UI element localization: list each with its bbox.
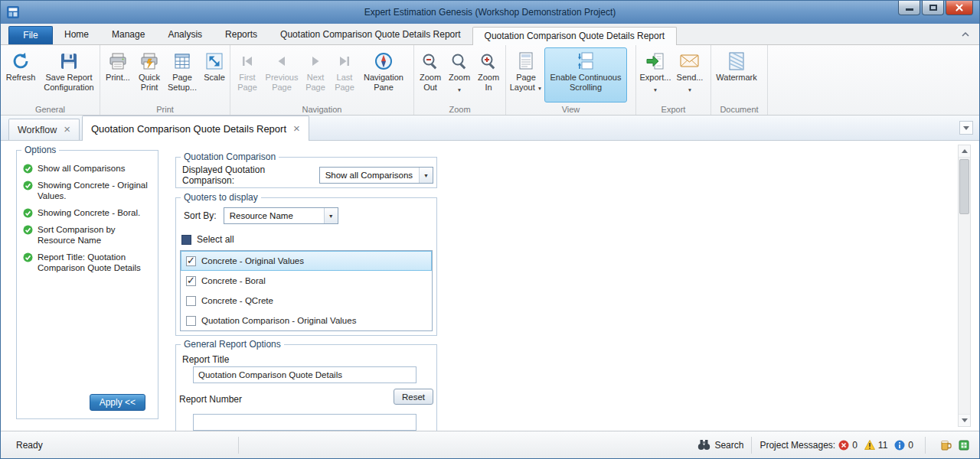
zoom-button[interactable]: Zoom <box>445 47 474 103</box>
tab-manage[interactable]: Manage <box>100 26 156 44</box>
send-button[interactable]: Send... <box>673 47 707 103</box>
reset-button[interactable]: Reset <box>394 389 433 405</box>
search-button[interactable]: Search <box>697 439 743 451</box>
ribbon-group-print: Print... Quick Print Page Setup... Scale… <box>100 45 230 115</box>
quoter-list-item[interactable]: Concrete - Original Values <box>181 251 432 271</box>
refresh-button[interactable]: Refresh <box>2 47 39 103</box>
ribbon: Refresh Save Report Configuration Genera… <box>1 44 979 116</box>
info-count: 0 <box>908 440 913 451</box>
select-all-row[interactable]: Select all <box>181 234 234 245</box>
error-icon <box>838 440 849 451</box>
option-summary-item: Showing Concrete - Boral. <box>23 207 152 218</box>
group-label-navigation: Navigation <box>230 105 413 114</box>
maximize-button[interactable] <box>922 1 944 15</box>
dropdown-arrow-icon <box>537 83 542 92</box>
maximize-icon <box>929 5 937 11</box>
first-page-icon <box>240 50 255 73</box>
report-title-label: Report Title <box>182 354 229 365</box>
scroll-up-button[interactable] <box>959 145 970 158</box>
tab-quotation-comparison-report-active[interactable]: Quotation Comparison Quote Details Repor… <box>472 27 677 45</box>
group-label-view: View <box>506 105 635 114</box>
scroll-down-button[interactable] <box>959 414 970 426</box>
report-number-input[interactable] <box>193 414 416 431</box>
doc-tab-quotation-comparison-report[interactable]: Quotation Comparison Quote Details Repor… <box>82 116 309 141</box>
option-summary-item: Show all Comparisons <box>23 163 152 174</box>
tab-home[interactable]: Home <box>53 26 100 44</box>
tab-file[interactable]: File <box>8 26 53 44</box>
dropdown-arrow-icon <box>653 83 658 94</box>
quoters-listbox: Concrete - Original Values Concrete - Bo… <box>180 250 433 331</box>
save-report-configuration-button[interactable]: Save Report Configuration <box>39 47 99 103</box>
page-setup-button[interactable]: Page Setup... <box>165 47 200 103</box>
navigation-pane-button[interactable]: Navigation Pane <box>359 47 408 103</box>
scale-icon <box>205 50 224 73</box>
quoter-checkbox[interactable] <box>186 316 196 326</box>
select-all-label: Select all <box>197 234 234 245</box>
close-tab-icon[interactable] <box>293 123 300 135</box>
close-button[interactable] <box>946 1 973 15</box>
chevron-up-icon <box>961 31 970 37</box>
quoter-list-item[interactable]: Concrete - Boral <box>181 271 432 291</box>
sort-by-select[interactable]: Resource Name <box>224 207 338 224</box>
export-button[interactable]: Export... <box>638 47 673 103</box>
zoom-in-button[interactable]: Zoom In <box>474 47 503 103</box>
watermark-icon <box>727 50 746 73</box>
quoter-checkbox[interactable] <box>186 256 196 266</box>
doc-tab-workflow[interactable]: Workflow <box>8 119 80 140</box>
status-separator <box>238 437 239 454</box>
quoters-to-display-title: Quoters to display <box>181 192 261 203</box>
option-summary-item: Report Title: Quotation Comparison Quote… <box>23 252 152 273</box>
mug-status-icon[interactable] <box>939 439 952 451</box>
continuous-scrolling-icon <box>577 50 595 73</box>
ribbon-group-view: Page Layout Enable Continuous Scrolling … <box>506 45 636 115</box>
option-summary-item: Showing Concrete - Original Values. <box>23 180 152 201</box>
report-title-input[interactable] <box>193 366 416 383</box>
quoters-to-display-group: Quoters to display Sort By: Resource Nam… <box>175 197 437 336</box>
select-all-checkbox[interactable] <box>181 235 191 245</box>
watermark-button[interactable]: Watermark <box>713 47 760 103</box>
triangle-up-icon <box>962 149 968 153</box>
project-messages[interactable]: Project Messages: 0 11 0 <box>760 440 917 451</box>
minimize-button[interactable] <box>898 1 920 15</box>
print-button[interactable]: Print... <box>102 47 134 103</box>
close-tab-icon[interactable] <box>64 125 70 135</box>
app-window: Expert Estimation Genesis (Workshop Demo… <box>0 0 980 459</box>
ribbon-group-document: Watermark Document <box>711 45 768 115</box>
options-panel-title: Options <box>21 145 59 155</box>
apply-button[interactable]: Apply << <box>90 394 145 411</box>
collapse-ribbon-button[interactable] <box>959 29 972 40</box>
displayed-quotation-comparison-select[interactable]: Show all Comparisons <box>319 167 433 184</box>
option-summary-item: Sort Comparison by Resource Name <box>23 224 152 246</box>
quick-print-button[interactable]: Quick Print <box>134 47 165 103</box>
report-number-label: Report Number <box>179 394 242 405</box>
ribbon-group-general: Refresh Save Report Configuration Genera… <box>1 45 100 115</box>
scrollbar-thumb[interactable] <box>959 159 969 214</box>
quoter-list-item[interactable]: Quotation Comparison - Original Values <box>181 311 432 330</box>
page-layout-button[interactable]: Page Layout <box>508 47 544 103</box>
workbook-status-icon[interactable] <box>958 439 970 451</box>
enable-continuous-scrolling-button[interactable]: Enable Continuous Scrolling <box>544 47 627 103</box>
page-layout-icon <box>517 50 535 73</box>
quoter-list-item[interactable]: Concrete - QCrete <box>181 291 432 311</box>
triangle-down-icon <box>962 418 968 422</box>
quoter-checkbox[interactable] <box>186 296 196 306</box>
status-bar: Ready Search Project Messages: 0 11 0 <box>1 431 979 458</box>
vertical-scrollbar[interactable] <box>958 145 971 427</box>
dropdown-arrow-icon <box>688 83 692 94</box>
tab-analysis[interactable]: Analysis <box>156 26 214 44</box>
tab-quotation-comparison-report[interactable]: Quotation Comparison Quote Details Repor… <box>269 26 472 44</box>
previous-page-icon <box>274 50 289 73</box>
group-label-export: Export <box>636 105 710 114</box>
tab-list-dropdown-button[interactable] <box>959 121 973 135</box>
quick-print-icon <box>140 50 158 73</box>
green-check-icon <box>23 252 33 262</box>
first-page-button: First Page <box>232 47 263 103</box>
scale-button[interactable]: Scale <box>200 47 229 103</box>
zoom-out-button[interactable]: Zoom Out <box>416 47 445 103</box>
tab-reports[interactable]: Reports <box>214 26 269 44</box>
quoter-checkbox[interactable] <box>186 276 196 286</box>
general-report-options-title: General Report Options <box>181 339 284 350</box>
status-ready-text: Ready <box>16 440 43 451</box>
titlebar[interactable]: Expert Estimation Genesis (Workshop Demo… <box>1 1 979 24</box>
zoom-in-icon <box>479 50 498 73</box>
